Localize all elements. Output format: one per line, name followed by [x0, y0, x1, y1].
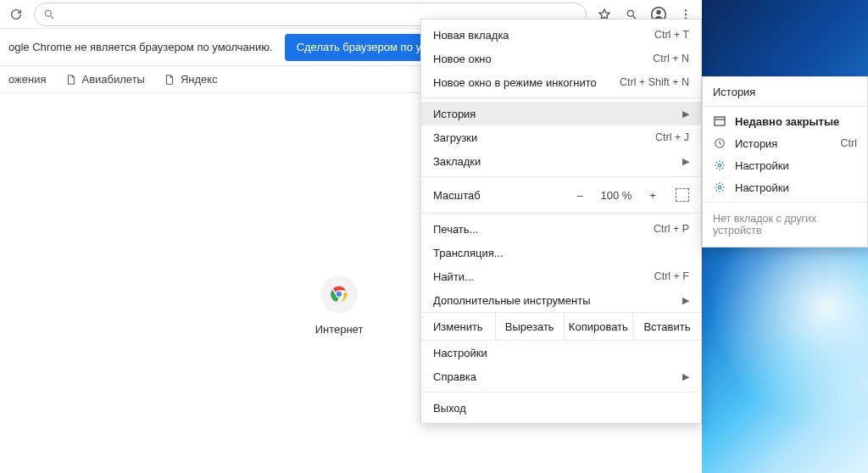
menu-more-tools[interactable]: Дополнительные инструменты ▶ [421, 288, 701, 312]
reload-icon [9, 8, 23, 21]
menu-cut[interactable]: Вырезать [495, 313, 564, 340]
menu-separator [421, 392, 701, 392]
submenu-item[interactable]: Настройки [703, 176, 867, 198]
svg-line-1 [51, 15, 54, 19]
menu-bookmarks[interactable]: Закладки ▶ [421, 149, 701, 173]
menu-paste[interactable]: Вставить [632, 313, 701, 340]
bookmark-label: Яндекс [181, 73, 218, 86]
submenu-item[interactable]: История Ctrl [703, 132, 867, 154]
menu-edit-row: Изменить Вырезать Копировать Вставить [421, 312, 701, 341]
ntp-shortcut[interactable]: Интернет [301, 275, 377, 336]
page-icon [164, 74, 175, 86]
svg-point-0 [45, 10, 51, 16]
submenu-history[interactable]: История [703, 81, 867, 103]
svg-point-16 [718, 186, 721, 189]
submenu-separator [703, 202, 867, 203]
menu-new-window[interactable]: Новое окно Ctrl + N [421, 47, 701, 70]
menu-edit-label: Изменить [421, 313, 495, 340]
zoom-in-button[interactable]: + [643, 189, 662, 202]
submenu-recently-closed-header: Недавно закрытые [703, 110, 867, 132]
menu-find[interactable]: Найти... Ctrl + F [421, 264, 701, 288]
submenu-separator [703, 106, 867, 107]
svg-point-6 [685, 9, 687, 11]
submenu-item[interactable]: Настройки [703, 154, 867, 176]
menu-print[interactable]: Печать... Ctrl + P [421, 217, 701, 241]
bookmark-item[interactable]: Авиабилеты [65, 73, 145, 86]
svg-rect-12 [715, 117, 725, 125]
window-icon [713, 114, 726, 128]
chevron-right-icon: ▶ [682, 371, 689, 382]
zoom-value: 100 % [598, 189, 635, 202]
zoom-out-button[interactable]: – [570, 189, 589, 202]
shortcut-label: Интернет [301, 323, 377, 336]
menu-separator [421, 97, 701, 98]
bookmark-item[interactable]: ожения [8, 73, 47, 86]
clock-icon [713, 136, 726, 150]
menu-cast[interactable]: Трансляция... [421, 241, 701, 264]
bookmark-label: Авиабилеты [82, 73, 145, 86]
menu-separator [421, 176, 701, 177]
search-icon [43, 8, 55, 20]
bookmark-item[interactable]: Яндекс [164, 73, 218, 86]
submenu-no-tabs-note: Нет вкладок с других устройств [703, 206, 867, 243]
chevron-right-icon: ▶ [682, 295, 689, 306]
svg-point-7 [685, 13, 687, 14]
history-submenu: История Недавно закрытые История Ctrl На… [702, 76, 868, 248]
svg-point-5 [656, 9, 660, 14]
svg-point-2 [627, 10, 633, 16]
menu-new-tab[interactable]: Новая вкладка Ctrl + T [421, 23, 701, 47]
fullscreen-button[interactable] [676, 188, 689, 202]
reload-button[interactable] [5, 3, 27, 25]
menu-copy[interactable]: Копировать [564, 313, 632, 340]
gear-icon [713, 159, 726, 172]
chevron-right-icon: ▶ [682, 156, 689, 167]
chrome-window: ogle Chrome не является браузером по умо… [0, 0, 702, 473]
menu-history[interactable]: История ▶ [421, 102, 701, 125]
chrome-main-menu: Новая вкладка Ctrl + T Новое окно Ctrl +… [420, 19, 702, 424]
menu-settings[interactable]: Настройки [421, 341, 701, 364]
shortcut-tile [320, 275, 358, 313]
menu-help[interactable]: Справка ▶ [421, 364, 701, 388]
menu-separator [421, 213, 701, 214]
bookmark-label: ожения [8, 73, 47, 86]
chevron-right-icon: ▶ [682, 109, 689, 120]
menu-incognito[interactable]: Новое окно в режиме инкогнито Ctrl + Shi… [421, 70, 701, 94]
menu-downloads[interactable]: Загрузки Ctrl + J [421, 125, 701, 149]
infobar-text: ogle Chrome не является браузером по умо… [8, 41, 285, 53]
chrome-logo-icon [330, 285, 348, 303]
menu-exit[interactable]: Выход [421, 396, 701, 420]
gear-icon [713, 181, 726, 194]
page-icon [65, 74, 77, 86]
svg-point-15 [718, 164, 721, 167]
menu-zoom-row: Масштаб – 100 % + [421, 181, 701, 209]
